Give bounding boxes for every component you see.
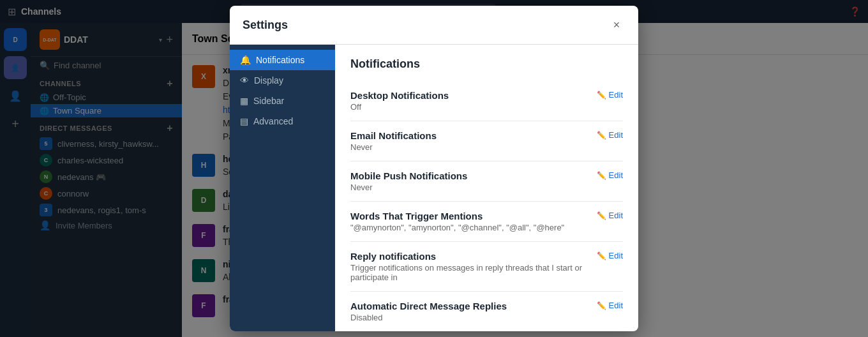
notif-value: Never <box>350 142 437 152</box>
nav-item-sidebar[interactable]: ▦ Sidebar <box>230 91 335 111</box>
notif-label: Desktop Notifications <box>350 90 449 101</box>
nav-item-display[interactable]: 👁 Display <box>230 70 335 91</box>
nav-label: Advanced <box>253 116 293 126</box>
edit-icon: ✏️ <box>597 301 606 310</box>
notif-info: Desktop Notifications Off <box>350 90 449 112</box>
edit-label: Edit <box>609 130 623 140</box>
notif-row-desktop: Desktop Notifications Off ✏️ Edit <box>350 81 623 121</box>
edit-label: Edit <box>609 301 623 310</box>
notif-info: Reply notifications Trigger notification… <box>350 251 593 282</box>
modal-body: 🔔 Notifications 👁 Display ▦ Sidebar ▤ Ad… <box>230 45 638 331</box>
notifications-icon: 🔔 <box>240 55 251 65</box>
notif-value: Disabled <box>350 313 507 322</box>
display-icon: 👁 <box>240 75 249 86</box>
edit-icon: ✏️ <box>597 211 606 220</box>
notif-row-reply: Reply notifications Trigger notification… <box>350 242 623 292</box>
nav-label: Sidebar <box>253 96 284 106</box>
sidebar-icon: ▦ <box>240 96 248 106</box>
edit-label: Edit <box>609 90 623 100</box>
notif-value: Never <box>350 183 467 192</box>
notifications-title: Notifications <box>350 57 623 71</box>
edit-desktop-button[interactable]: ✏️ Edit <box>597 90 623 100</box>
edit-icon: ✏️ <box>597 171 606 180</box>
notif-label: Reply notifications <box>350 251 593 262</box>
notif-row-words: Words That Trigger Mentions "@amynorton"… <box>350 202 623 242</box>
notif-info: Words That Trigger Mentions "@amynorton"… <box>350 211 564 232</box>
notif-label: Email Notifications <box>350 130 437 141</box>
notif-value: "@amynorton", "amynorton", "@channel", "… <box>350 223 564 232</box>
edit-icon: ✏️ <box>597 91 606 100</box>
advanced-icon: ▤ <box>240 116 248 126</box>
edit-auto-reply-button[interactable]: ✏️ Edit <box>597 301 623 310</box>
edit-label: Edit <box>609 251 623 260</box>
notif-row-auto-reply: Automatic Direct Message Replies Disable… <box>350 292 623 331</box>
notif-label: Automatic Direct Message Replies <box>350 301 507 311</box>
edit-reply-button[interactable]: ✏️ Edit <box>597 251 623 260</box>
modal-header: Settings × <box>230 6 638 45</box>
notif-value: Off <box>350 102 449 112</box>
modal-title: Settings <box>243 19 288 32</box>
notif-label: Mobile Push Notifications <box>350 170 467 181</box>
modal-overlay[interactable]: Settings × 🔔 Notifications 👁 Display ▦ S… <box>0 0 868 337</box>
nav-item-notifications[interactable]: 🔔 Notifications <box>230 50 335 70</box>
edit-icon: ✏️ <box>597 131 606 140</box>
notif-row-email: Email Notifications Never ✏️ Edit <box>350 121 623 161</box>
modal-close-button[interactable]: × <box>608 16 625 34</box>
nav-item-advanced[interactable]: ▤ Advanced <box>230 111 335 131</box>
nav-label: Display <box>254 75 283 86</box>
edit-label: Edit <box>609 211 623 220</box>
modal-sidebar: 🔔 Notifications 👁 Display ▦ Sidebar ▤ Ad… <box>230 45 335 331</box>
notif-row-mobile: Mobile Push Notifications Never ✏️ Edit <box>350 161 623 202</box>
edit-email-button[interactable]: ✏️ Edit <box>597 130 623 140</box>
notif-label: Words That Trigger Mentions <box>350 211 564 221</box>
edit-icon: ✏️ <box>597 251 606 260</box>
modal-content: Notifications Desktop Notifications Off … <box>335 45 638 331</box>
edit-words-button[interactable]: ✏️ Edit <box>597 211 623 220</box>
settings-modal: Settings × 🔔 Notifications 👁 Display ▦ S… <box>230 6 638 331</box>
edit-label: Edit <box>609 170 623 180</box>
nav-label: Notifications <box>256 55 304 65</box>
notif-value: Trigger notifications on messages in rep… <box>350 263 593 282</box>
edit-mobile-button[interactable]: ✏️ Edit <box>597 170 623 180</box>
notif-info: Email Notifications Never <box>350 130 437 152</box>
notif-info: Mobile Push Notifications Never <box>350 170 467 192</box>
notif-info: Automatic Direct Message Replies Disable… <box>350 301 507 322</box>
